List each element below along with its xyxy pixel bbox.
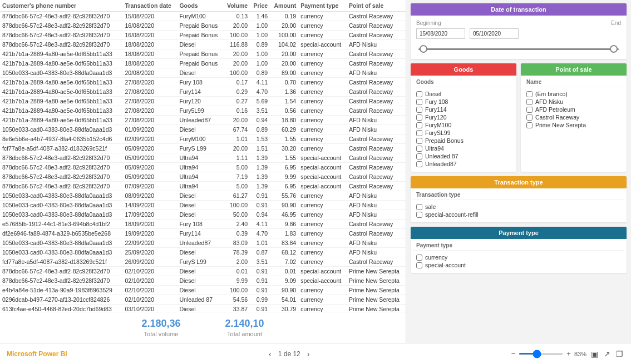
list-item[interactable]: FuryM100 — [416, 122, 511, 128]
goods-checkbox[interactable] — [416, 107, 422, 113]
fullscreen-button[interactable]: ❐ — [615, 348, 624, 360]
table-cell: Castrol Raceway — [347, 21, 406, 31]
filter-panel: Date of transaction Beginning End — [406, 0, 631, 343]
payment-filter-header: Payment type — [411, 227, 627, 239]
table-cell: 18/09/2020 — [123, 220, 178, 229]
list-item[interactable]: currency — [416, 254, 621, 261]
list-item[interactable]: AFD Petroleum — [526, 106, 621, 113]
date-range-slider[interactable] — [416, 43, 621, 54]
pos-col-header: Name — [523, 78, 624, 87]
payment-checkbox-list: currencyspecial-account — [413, 252, 624, 271]
table-row: 1050e033-cad0-4383-80e3-88dfa0aaa1d308/0… — [0, 191, 406, 201]
list-item[interactable]: AFD Nisku — [526, 98, 621, 105]
goods-checkbox[interactable] — [416, 138, 422, 144]
goods-checkbox[interactable] — [416, 91, 422, 97]
list-item[interactable]: Castrol Raceway — [526, 114, 621, 121]
goods-checkbox[interactable] — [416, 114, 422, 121]
range-thumb-left[interactable] — [420, 45, 427, 53]
powerbi-link[interactable]: Microsoft Power BI — [7, 350, 67, 358]
table-cell: Castrol Raceway — [347, 229, 406, 238]
payment-checkbox[interactable] — [416, 262, 422, 268]
table-cell: 14/09/2020 — [123, 201, 178, 210]
fit-page-button[interactable]: ▣ — [590, 348, 599, 360]
table-cell: Diesel — [177, 276, 223, 286]
list-item[interactable]: Unleaded87 — [416, 161, 511, 167]
pos-checkbox[interactable] — [526, 122, 533, 128]
table-row: 421b7b1a-2889-4a80-ae5e-0df65bb11a3327/0… — [0, 78, 406, 87]
table-row: fcf77a8e-a5df-4087-a382-d183269c521f26/0… — [0, 257, 406, 267]
list-item[interactable]: special-account-refill — [416, 211, 621, 218]
goods-checkbox[interactable] — [416, 146, 422, 152]
goods-checkbox[interactable] — [416, 122, 422, 128]
date-end-input[interactable] — [470, 28, 519, 39]
goods-label: FuryM100 — [425, 122, 451, 128]
pos-checkbox[interactable] — [526, 99, 533, 105]
total-amount-value: 2.140,10 — [225, 318, 264, 330]
zoom-slider[interactable] — [519, 353, 563, 355]
pos-checkbox[interactable] — [526, 114, 533, 121]
table-cell: 20.00 — [223, 116, 250, 125]
list-item[interactable]: FurySL99 — [416, 129, 511, 136]
table-wrapper[interactable]: Customer's phone number Transaction date… — [0, 0, 406, 312]
txn-type-filter-header: Transaction type — [411, 176, 627, 188]
table-cell: currency — [298, 21, 347, 31]
page-next-button[interactable]: › — [305, 348, 312, 360]
payment-checkbox[interactable] — [416, 255, 422, 261]
table-cell: AFD Nisku — [347, 210, 406, 220]
table-cell: 02/10/2020 — [123, 286, 178, 295]
table-cell: 4.11 — [250, 78, 270, 87]
goods-label: FurySL99 — [425, 129, 451, 136]
table-cell: 1.83 — [270, 229, 298, 238]
total-volume-label: Total volume — [141, 331, 180, 337]
table-cell: 17/09/2020 — [123, 210, 178, 220]
list-item[interactable]: Ultra94 — [416, 145, 511, 152]
table-cell: 15/08/2020 — [123, 12, 178, 21]
txn-checkbox[interactable] — [416, 204, 422, 210]
list-item[interactable]: Fury114 — [416, 106, 511, 113]
table-cell: Diesel — [177, 40, 223, 49]
pos-checkbox[interactable] — [526, 91, 533, 97]
range-thumb-right[interactable] — [610, 45, 618, 53]
share-button[interactable]: ↗ — [603, 348, 612, 360]
list-item[interactable]: special-account — [416, 262, 621, 268]
table-cell: Diesel — [177, 191, 223, 201]
list-item[interactable]: sale — [416, 203, 621, 210]
table-cell: 1.00 — [250, 21, 270, 31]
pos-checkbox[interactable] — [526, 107, 533, 113]
table-cell: 0.19 — [270, 12, 298, 21]
table-cell: 16/08/2020 — [123, 31, 178, 40]
goods-checkbox[interactable] — [416, 153, 422, 159]
table-cell: 9.99 — [223, 276, 250, 286]
table-cell: 08/09/2020 — [123, 191, 178, 201]
table-cell: 878dbc66-57c2-48e3-adf2-82c928f32d70 — [0, 172, 123, 182]
goods-checkbox[interactable] — [416, 99, 422, 105]
date-start-input[interactable] — [416, 28, 465, 39]
table-cell: Castrol Raceway — [347, 134, 406, 144]
list-item[interactable]: Fury120 — [416, 114, 511, 121]
zoom-out-button[interactable]: − — [511, 350, 516, 358]
goods-checkbox[interactable] — [416, 161, 422, 167]
table-cell: 104.02 — [270, 40, 298, 49]
table-cell: 18/08/2020 — [123, 49, 178, 59]
list-item[interactable]: Prepaid Bonus — [416, 137, 511, 144]
list-item[interactable]: Diesel — [416, 91, 511, 97]
list-item[interactable]: Fury 108 — [416, 98, 511, 105]
zoom-in-button[interactable]: + — [566, 350, 571, 358]
table-cell: 19/09/2020 — [123, 229, 178, 238]
pos-filter-header: Point of sale — [521, 63, 627, 76]
list-item[interactable]: Prime New Serepta — [526, 122, 621, 128]
table-cell: 0.91 — [250, 286, 270, 295]
zoom-controls: − + 83% ▣ ↗ ❐ — [511, 348, 624, 360]
txn-checkbox[interactable] — [416, 212, 422, 218]
table-cell: currency — [298, 238, 347, 248]
page-prev-button[interactable]: ‹ — [267, 348, 274, 360]
table-cell: 02/10/2020 — [123, 276, 178, 286]
goods-pos-row: Goods Goods DieselFury 108Fury114Fury120… — [411, 63, 627, 172]
goods-checkbox[interactable] — [416, 130, 422, 136]
total-volume-block: 2.180,36 Total volume — [141, 318, 180, 337]
list-item[interactable]: (Em branco) — [526, 91, 621, 97]
table-cell: Diesel — [177, 267, 223, 276]
goods-filter-body: Goods DieselFury 108Fury114Fury120FuryM1… — [411, 76, 516, 172]
list-item[interactable]: Unleaded 87 — [416, 153, 511, 159]
table-cell: currency — [298, 116, 347, 125]
